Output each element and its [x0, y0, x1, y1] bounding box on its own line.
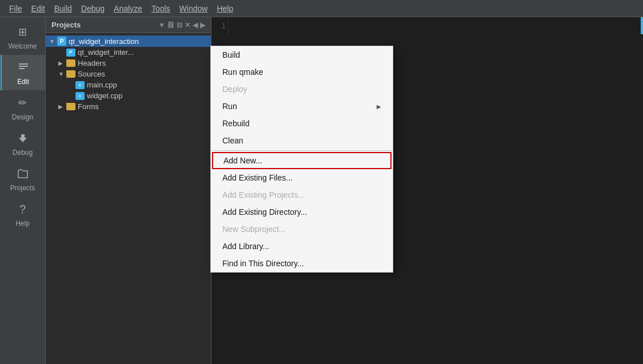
panel-header-icons: ▼ ⛓ ⊟ ✕ ◀ ▶: [158, 21, 205, 29]
tree-item-headers[interactable]: ▶ Headers: [46, 58, 211, 69]
context-menu-add-new-label: Add New...: [223, 156, 262, 165]
context-menu-new-subproject-label: New Subproject...: [222, 225, 286, 234]
sidebar-item-edit[interactable]: Edit: [1, 55, 45, 90]
panel-header: Projects ▼ ⛓ ⊟ ✕ ◀ ▶: [46, 17, 211, 33]
sidebar-item-design[interactable]: ✏ Design: [1, 90, 45, 126]
context-menu-find-in-directory-label: Find in This Directory...: [222, 259, 304, 268]
tree-item-headers-label: Headers: [78, 59, 106, 67]
forms-folder-icon: [66, 103, 75, 110]
sidebar: ⊞ Welcome Edit ✏ Design Debug: [0, 17, 46, 364]
project-tree: ▼ P qt_widget_interaction P qt_widget_in…: [46, 33, 211, 364]
context-menu-clean[interactable]: Clean: [211, 132, 393, 149]
context-menu-run-label: Run: [222, 102, 237, 111]
sidebar-label-debug: Debug: [13, 149, 33, 157]
context-menu-deploy: Deploy: [211, 81, 393, 98]
pro-file-icon: P: [66, 49, 75, 57]
sidebar-item-help[interactable]: ? Help: [1, 197, 45, 232]
editor-gutter: 1: [211, 17, 229, 35]
context-menu-build[interactable]: Build: [211, 46, 393, 63]
sidebar-label-design: Design: [12, 113, 33, 121]
filter-icon[interactable]: ▼: [158, 21, 165, 29]
editor-accent: [641, 17, 643, 34]
menu-help[interactable]: Help: [212, 2, 238, 15]
nav-forward-icon[interactable]: ▶: [200, 21, 205, 29]
tree-item-pro-file[interactable]: P qt_widget_inter...: [46, 47, 211, 58]
widget-cpp-icon: c: [75, 92, 85, 100]
run-submenu-arrow: ▶: [377, 103, 381, 110]
context-menu-deploy-label: Deploy: [222, 85, 247, 94]
context-menu: Build Run qmake Deploy Run ▶ Rebuild Cle…: [210, 46, 393, 273]
sidebar-label-edit: Edit: [17, 78, 29, 86]
tree-item-widget-cpp[interactable]: c widget.cpp: [46, 90, 211, 101]
split-icon[interactable]: ⊟: [177, 21, 182, 29]
menu-window[interactable]: Window: [175, 2, 213, 15]
menu-build[interactable]: Build: [50, 2, 77, 15]
sidebar-item-welcome[interactable]: ⊞ Welcome: [1, 19, 45, 55]
sidebar-item-debug[interactable]: Debug: [1, 126, 45, 161]
projects-icon: [15, 166, 31, 182]
context-menu-add-existing-files[interactable]: Add Existing Files...: [211, 169, 393, 186]
context-menu-run-qmake-label: Run qmake: [222, 67, 263, 77]
tree-item-sources[interactable]: ▼ Sources: [46, 69, 211, 79]
sidebar-item-projects[interactable]: Projects: [1, 161, 45, 197]
edit-icon: [15, 59, 31, 75]
menu-separator-1: [211, 150, 393, 151]
tree-item-sources-label: Sources: [78, 70, 105, 78]
projects-panel: Projects ▼ ⛓ ⊟ ✕ ◀ ▶ ▼ P qt_widget_inter…: [46, 17, 211, 364]
menubar: File Edit Build Debug Analyze Tools Wind…: [0, 0, 643, 17]
help-icon: ?: [15, 201, 31, 217]
context-menu-add-existing-projects-label: Add Existing Projects...: [222, 190, 305, 199]
context-menu-build-label: Build: [222, 50, 240, 59]
context-menu-add-library-label: Add Library...: [222, 242, 269, 251]
context-menu-add-new[interactable]: Add New...: [212, 152, 392, 169]
context-menu-rebuild[interactable]: Rebuild: [211, 115, 393, 132]
tree-item-pro-label: qt_widget_inter...: [78, 48, 134, 57]
context-menu-run[interactable]: Run ▶: [211, 98, 393, 115]
project-icon: P: [57, 37, 66, 46]
context-menu-add-existing-directory[interactable]: Add Existing Directory...: [211, 203, 393, 221]
menu-analyze[interactable]: Analyze: [109, 2, 147, 15]
design-icon: ✏: [15, 95, 31, 111]
tree-item-widget-cpp-label: widget.cpp: [87, 91, 122, 100]
line-number-1: 1: [221, 22, 226, 30]
sidebar-label-welcome: Welcome: [9, 42, 37, 50]
tree-item-main-cpp-label: main.cpp: [87, 81, 117, 89]
context-menu-add-existing-files-label: Add Existing Files...: [222, 173, 293, 182]
welcome-icon: ⊞: [15, 24, 31, 40]
link-icon[interactable]: ⛓: [167, 21, 174, 29]
debug-icon: [15, 130, 31, 146]
tree-item-project-label: qt_widget_interaction: [69, 37, 139, 46]
context-menu-run-qmake[interactable]: Run qmake: [211, 63, 393, 81]
context-menu-add-existing-directory-label: Add Existing Directory...: [222, 207, 307, 217]
context-menu-add-existing-projects: Add Existing Projects...: [211, 186, 393, 203]
panel-title: Projects: [51, 21, 81, 29]
sources-folder-icon: [66, 70, 75, 78]
tree-item-forms-label: Forms: [78, 102, 99, 111]
sidebar-label-help: Help: [15, 219, 30, 227]
context-menu-new-subproject: New Subproject...: [211, 221, 393, 238]
menu-file[interactable]: File: [5, 2, 27, 15]
menu-debug[interactable]: Debug: [77, 2, 109, 15]
sidebar-label-projects: Projects: [10, 184, 35, 192]
context-menu-add-library[interactable]: Add Library...: [211, 238, 393, 255]
tree-item-main-cpp[interactable]: c main.cpp: [46, 79, 211, 90]
menu-tools[interactable]: Tools: [147, 2, 175, 15]
tree-item-project[interactable]: ▼ P qt_widget_interaction: [46, 35, 211, 47]
nav-back-icon[interactable]: ◀: [193, 21, 198, 29]
main-cpp-icon: c: [75, 81, 85, 89]
menu-edit[interactable]: Edit: [27, 2, 50, 15]
svg-rect-2: [19, 68, 25, 69]
context-menu-rebuild-label: Rebuild: [222, 119, 249, 128]
headers-folder-icon: [66, 59, 75, 67]
context-menu-find-in-directory[interactable]: Find in This Directory...: [211, 255, 393, 272]
svg-rect-0: [19, 63, 28, 65]
close-panel-icon[interactable]: ✕: [185, 21, 190, 29]
tree-item-forms[interactable]: ▶ Forms: [46, 101, 211, 112]
context-menu-clean-label: Clean: [222, 136, 243, 145]
svg-rect-1: [19, 66, 28, 67]
